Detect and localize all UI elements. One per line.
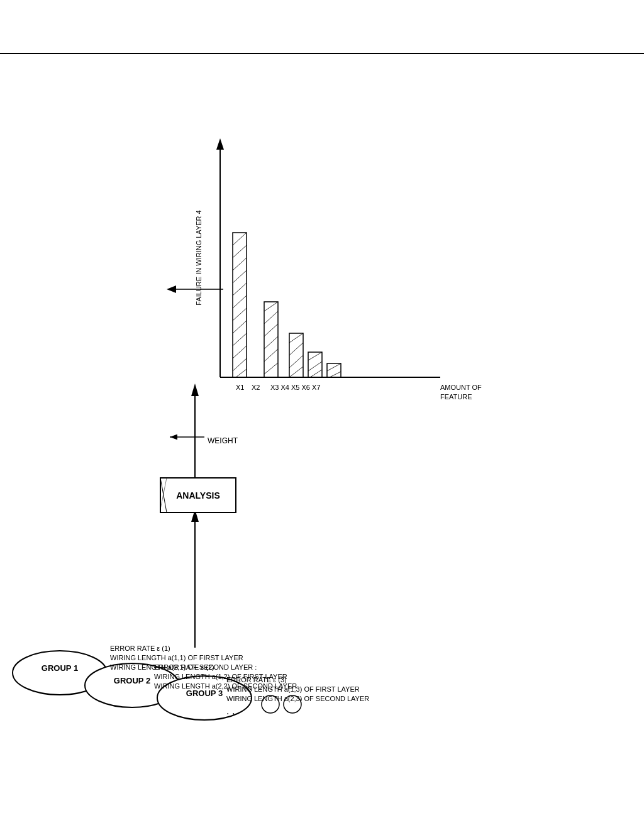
svg-text:X1: X1 xyxy=(236,384,244,391)
svg-text:· ·: · · xyxy=(226,708,235,719)
svg-text:GROUP 3: GROUP 3 xyxy=(186,689,223,698)
svg-marker-31 xyxy=(216,138,224,150)
svg-text:ANALYSIS: ANALYSIS xyxy=(176,490,220,501)
svg-text:ERROR RATE ε (3): ERROR RATE ε (3) xyxy=(226,676,287,683)
svg-line-52 xyxy=(264,302,278,311)
svg-line-39 xyxy=(233,233,247,245)
svg-rect-63 xyxy=(308,352,322,377)
svg-line-40 xyxy=(233,245,247,258)
svg-line-59 xyxy=(289,333,303,343)
svg-rect-58 xyxy=(289,333,303,377)
svg-line-53 xyxy=(264,311,278,324)
svg-text:WIRING LENGTH a(1,1) OF FIRST : WIRING LENGTH a(1,1) OF FIRST LAYER xyxy=(110,654,243,661)
svg-line-41 xyxy=(233,258,247,270)
svg-line-66 xyxy=(310,370,322,377)
svg-marker-71 xyxy=(167,285,176,293)
svg-line-45 xyxy=(233,308,247,321)
svg-text:GROUP 1: GROUP 1 xyxy=(42,663,78,673)
svg-line-47 xyxy=(233,333,247,346)
svg-line-50 xyxy=(236,369,247,377)
svg-line-48 xyxy=(233,346,247,358)
svg-line-49 xyxy=(233,358,247,371)
svg-text:WEIGHT: WEIGHT xyxy=(208,436,238,445)
svg-text:ERROR RATE ε (1): ERROR RATE ε (1) xyxy=(110,645,170,652)
header-date-sheet xyxy=(316,25,328,40)
svg-line-62 xyxy=(289,367,303,377)
svg-line-46 xyxy=(233,321,247,333)
svg-line-44 xyxy=(233,296,247,308)
svg-rect-38 xyxy=(233,233,247,377)
svg-line-61 xyxy=(289,355,303,368)
svg-line-56 xyxy=(264,349,278,362)
svg-text:X2: X2 xyxy=(252,384,260,391)
svg-text:ERROR RATE ε (2): ERROR RATE ε (2) xyxy=(154,663,214,671)
svg-line-54 xyxy=(264,324,278,336)
page-header xyxy=(0,0,644,54)
svg-text:WIRING LENGTH a(1,3) OF FIRST : WIRING LENGTH a(1,3) OF FIRST LAYER xyxy=(226,685,360,693)
svg-line-64 xyxy=(308,352,322,360)
svg-text:FEATURE: FEATURE xyxy=(440,393,472,401)
svg-line-68 xyxy=(327,363,341,371)
svg-text:AMOUNT OF: AMOUNT OF xyxy=(440,384,482,391)
svg-line-65 xyxy=(308,362,322,371)
svg-line-69 xyxy=(330,372,341,377)
svg-line-57 xyxy=(264,363,278,374)
main-diagram: GROUP 1 GROUP 2 GROUP 3 ERROR RATE ε (1)… xyxy=(0,50,491,773)
svg-text:FAILURE IN WIRING LAYER 4: FAILURE IN WIRING LAYER 4 xyxy=(195,210,203,305)
svg-line-60 xyxy=(289,343,303,355)
svg-text:X3 X4 X5 X6 X7: X3 X4 X5 X6 X7 xyxy=(270,384,321,391)
svg-line-43 xyxy=(233,283,247,296)
svg-text:GROUP 2: GROUP 2 xyxy=(114,676,150,685)
svg-marker-25 xyxy=(191,384,199,396)
svg-line-42 xyxy=(233,270,247,283)
svg-text:WIRING LENGTH a(2,3) OF SECOND: WIRING LENGTH a(2,3) OF SECOND LAYER xyxy=(226,695,369,702)
svg-line-55 xyxy=(264,336,278,349)
